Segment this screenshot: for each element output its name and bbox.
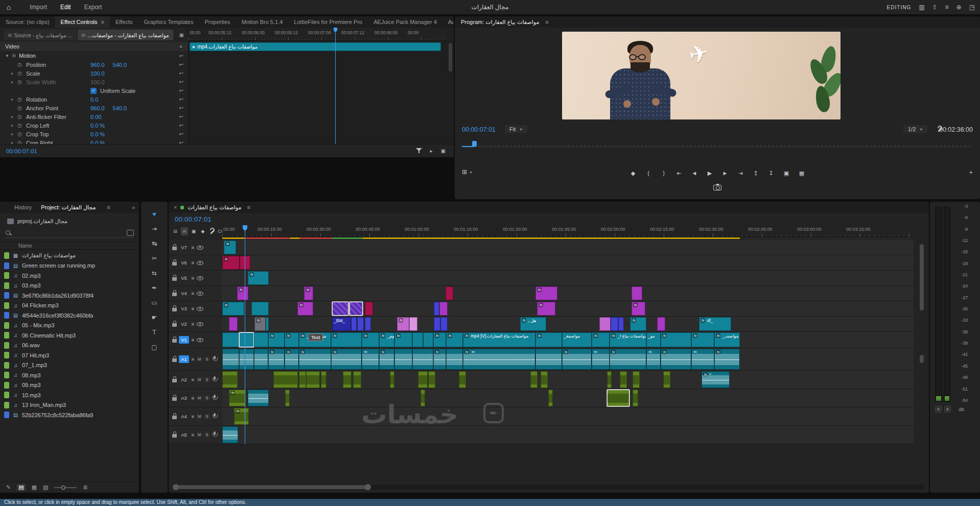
timeline-clip[interactable] [607, 371, 612, 388]
playhead-line[interactable] [245, 225, 245, 444]
scrollbar[interactable] [449, 43, 452, 71]
label-color-chip[interactable] [4, 292, 9, 299]
timeline-clip[interactable] [620, 371, 627, 388]
panel-menu-icon[interactable]: ≡ [100, 19, 104, 25]
toggle-track-output-icon[interactable] [197, 261, 203, 265]
timeline-clip[interactable]: fx* [702, 371, 730, 388]
position-value[interactable]: 540.0 [113, 62, 127, 68]
video-section-header[interactable]: Video▲ [0, 42, 188, 51]
timeline-clip[interactable] [428, 371, 435, 388]
timeline-clip[interactable] [254, 349, 268, 370]
crop-right-value[interactable]: 0.0 % [90, 140, 105, 144]
scale-value[interactable]: 100.0 [90, 70, 105, 77]
anti-flicker-filter-value[interactable]: 0.00 [90, 114, 101, 120]
object-selection-tool[interactable]: ▢ [148, 342, 160, 352]
toggle-track-output-icon[interactable] [197, 307, 203, 311]
timeline-clip[interactable]: fx [237, 286, 248, 300]
timeline-clip[interactable]: fx [297, 302, 313, 316]
source-patch-icon[interactable]: ▣ [191, 433, 195, 437]
timeline-clip[interactable] [423, 332, 433, 347]
timeline-clip[interactable]: fx [254, 317, 266, 331]
source-clip-tab[interactable]: ▤Source - مواصفات بياع ... [4, 30, 77, 40]
timeline-clip[interactable] [239, 349, 254, 370]
track-target-V2[interactable]: V2 [179, 320, 189, 328]
timeline-clip[interactable]: fx [446, 332, 463, 347]
timeline-clip[interactable]: fx [714, 349, 740, 370]
timeline-clip[interactable] [632, 286, 642, 300]
panel-tab-properties[interactable]: Properties [199, 16, 236, 28]
toggle-track-output-icon[interactable] [197, 246, 203, 250]
linked-selection-button[interactable]: ▣ [190, 227, 197, 235]
label-color-chip[interactable] [4, 332, 9, 339]
expand-chevron-icon[interactable]: ▸ [11, 80, 17, 84]
comparison-view-button[interactable]: ▣ [781, 168, 792, 178]
timeline-clip[interactable] [530, 371, 538, 388]
solo-button[interactable]: S [204, 377, 210, 382]
effect-timeline-ruler[interactable]: 05:0000:00:05:1200:00:06:0000:00:06:1200… [189, 28, 447, 41]
timeline-clip[interactable] [535, 349, 562, 370]
timeline-clip[interactable]: fx [268, 332, 285, 347]
source-patch-icon[interactable]: ▣ [191, 276, 195, 280]
tab-history[interactable]: History [14, 204, 32, 210]
source-patch-icon[interactable]: ▣ [191, 396, 195, 400]
stopwatch-icon[interactable]: ◷ [17, 105, 26, 111]
track-target-A4[interactable]: A4 [179, 413, 189, 420]
razor-tool[interactable]: ✂ [148, 253, 160, 263]
stopwatch-icon[interactable]: ◷ [17, 62, 26, 67]
multicam-view-button[interactable]: ▦ [796, 168, 807, 178]
timeline-clip[interactable]: fx [661, 332, 691, 347]
project-item[interactable]: ♫10.mp3 [0, 390, 139, 400]
panel-tab-motion-bro-5-1-4[interactable]: Motion Bro 5.1.4 [236, 16, 289, 28]
timeline-clip[interactable]: fx [268, 349, 285, 370]
reset-param-icon[interactable]: ↩ [179, 79, 183, 85]
reset-param-icon[interactable]: ↩ [179, 114, 183, 119]
panel-tab-graphics-templates[interactable]: Graphics Templates [138, 16, 199, 28]
timeline-clip[interactable]: fx [222, 302, 244, 316]
timeline-clip[interactable] [421, 390, 425, 406]
project-item[interactable]: ♫02.mp3 [0, 271, 139, 281]
position-value[interactable]: 960.0 [90, 62, 105, 68]
timeline-clip[interactable] [446, 349, 463, 370]
timeline-clip[interactable] [365, 317, 371, 331]
vertical-scrollbar[interactable] [920, 355, 924, 363]
timeline-clip[interactable] [365, 302, 373, 316]
solo-button[interactable]: S [204, 356, 210, 362]
track-target-V5[interactable]: V5 [179, 274, 189, 282]
source-patch-icon[interactable]: ▣ [191, 378, 195, 382]
panel-tab-effects[interactable]: Effects [110, 16, 138, 28]
track-target-V4[interactable]: V4 [179, 290, 189, 297]
add-button-icon[interactable]: + [969, 168, 973, 176]
track-target-A1[interactable]: A1 [179, 355, 189, 363]
timeline-clip[interactable] [251, 302, 269, 316]
timeline-clip[interactable]: fx [248, 271, 269, 285]
workspaces-icon[interactable]: ▥ [919, 4, 924, 11]
timeline-clip[interactable]: fx [661, 349, 691, 370]
label-color-chip[interactable] [4, 362, 9, 369]
expand-chevron-icon[interactable]: ▸ [11, 140, 17, 144]
share-icon[interactable]: ⇪ [932, 4, 938, 11]
panel-tab-effect-controls[interactable]: Effect Controls ≡ [55, 16, 110, 28]
label-color-chip[interactable] [4, 402, 9, 408]
program-tab[interactable]: Program: مواصفات بياع العقارات ≡ [455, 16, 980, 28]
pen-tool[interactable]: ✒ [148, 283, 160, 293]
list-view-button[interactable]: ▤ [17, 484, 25, 491]
timeline-clip[interactable] [321, 371, 326, 388]
stopwatch-icon[interactable]: ◷ [17, 140, 26, 144]
timeline-clip[interactable] [412, 332, 423, 347]
timeline-clip[interactable] [548, 390, 553, 406]
track-lock-icon[interactable] [172, 379, 177, 382]
playback-resolution-dropdown[interactable]: 1/2▼ [903, 125, 927, 133]
timeline-clip[interactable] [285, 390, 290, 406]
panel-tab-source-no-clips[interactable]: Source: (no clips) [0, 16, 55, 28]
mute-button[interactable]: M [197, 377, 202, 382]
time-ruler[interactable]: 00:0000:00:15:0000:00:30:0000:00:45:0000… [222, 225, 914, 237]
menu-export[interactable]: Export [84, 4, 102, 11]
type-tool[interactable]: T [148, 327, 160, 338]
timeline-clip[interactable] [222, 426, 238, 443]
track-lock-icon[interactable] [172, 277, 177, 281]
project-item[interactable]: ♫04 Flicker.mp3 [0, 301, 139, 311]
icon-view-button[interactable]: ▦ [32, 484, 37, 491]
mic-icon[interactable] [212, 356, 217, 363]
hand-tool[interactable]: ☛ [148, 312, 160, 323]
app-menu-icon[interactable]: ≡ [945, 4, 949, 11]
